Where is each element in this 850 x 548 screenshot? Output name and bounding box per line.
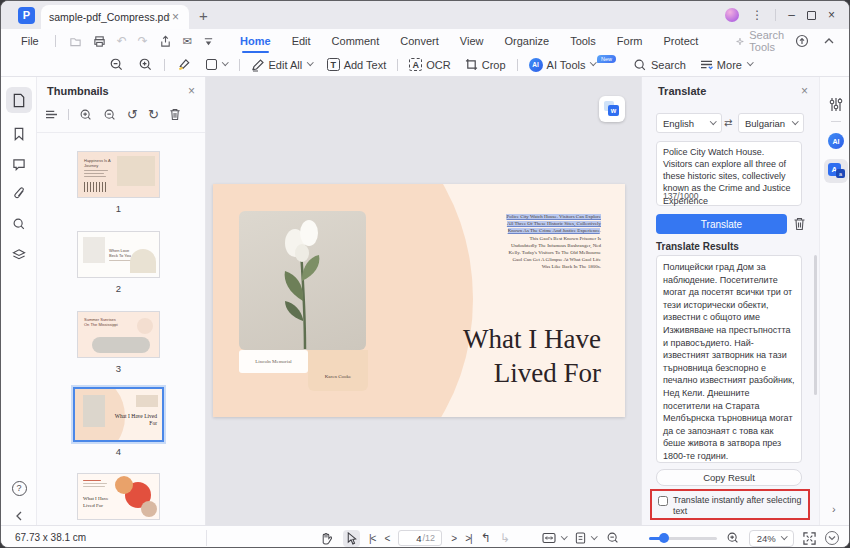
selected-text[interactable]: Police City Watch House. Visitors Can Ex…: [506, 214, 601, 233]
translate-results-box[interactable]: Полицейски град Дом за наблюдение. Посет…: [656, 255, 802, 463]
tab-tools[interactable]: Tools: [570, 31, 596, 51]
tab-home[interactable]: Home: [240, 31, 271, 51]
overflow-menu-icon[interactable]: ⋮: [751, 8, 763, 22]
pdf-page[interactable]: Lincoln Memorial Karen Cooke Police City…: [213, 184, 625, 417]
tab-organize[interactable]: Organize: [504, 31, 549, 51]
zoom-slider[interactable]: [649, 537, 717, 540]
document-area[interactable]: Lincoln Memorial Karen Cooke Police City…: [206, 77, 641, 525]
delete-page-icon[interactable]: [169, 108, 181, 121]
next-view-button[interactable]: ↳: [500, 531, 510, 545]
previous-page-button[interactable]: <: [384, 533, 389, 544]
tab-close-icon[interactable]: ×: [170, 10, 181, 24]
translate-float-widget[interactable]: w: [599, 96, 625, 122]
page-number-box[interactable]: /12: [398, 530, 442, 546]
swap-languages-icon[interactable]: ⇄: [724, 117, 732, 128]
source-text-box[interactable]: Police City Watch House. Visitors can ex…: [656, 141, 802, 206]
thumbnail-page-4-selected[interactable]: What I Have Lived For: [73, 387, 164, 442]
previous-view-button[interactable]: ↰: [481, 531, 491, 545]
thumbnail-page-1[interactable]: Happiness Is A Journey: [77, 151, 160, 198]
ocr-button[interactable]: A OCR: [409, 58, 450, 71]
edit-all-button[interactable]: Edit All: [251, 58, 313, 72]
zoom-slider-knob[interactable]: [659, 533, 669, 543]
sidebar-item-comments[interactable]: [6, 151, 32, 177]
zoom-level-select[interactable]: 24%: [749, 530, 794, 547]
highlighter-icon[interactable]: [176, 57, 192, 72]
sidebar-item-search[interactable]: [6, 211, 32, 237]
sidebar-item-thumbnails[interactable]: [6, 87, 32, 113]
user-avatar[interactable]: [725, 8, 739, 22]
close-button[interactable]: ×: [828, 9, 835, 21]
add-text-label: Add Text: [344, 59, 387, 71]
minimize-button[interactable]: –: [788, 9, 795, 21]
thumb-zoom-in-icon[interactable]: [79, 108, 93, 122]
status-zoom-in-icon[interactable]: [726, 531, 740, 545]
page-title[interactable]: What I Have Lived For: [463, 322, 601, 390]
shape-tool-button[interactable]: [206, 59, 228, 70]
status-zoom-out-icon[interactable]: [606, 531, 620, 545]
translate-close-icon[interactable]: ×: [801, 84, 808, 98]
properties-sliders-icon[interactable]: [829, 97, 843, 112]
add-text-button[interactable]: T Add Text: [327, 58, 387, 71]
results-scrollbar[interactable]: [814, 255, 817, 395]
first-page-button[interactable]: |<: [369, 533, 375, 544]
rotate-right-icon[interactable]: ↻: [148, 107, 159, 122]
sidebar-item-layers[interactable]: [6, 241, 32, 267]
translate-rail-button-active[interactable]: A a: [824, 159, 848, 183]
fit-width-button[interactable]: [542, 532, 567, 544]
last-page-button[interactable]: >|: [465, 533, 471, 544]
instant-translate-checkbox[interactable]: [658, 496, 668, 506]
target-language-select[interactable]: Bulgarian: [738, 113, 804, 133]
zoom-in-icon[interactable]: [138, 57, 153, 72]
cloud-upload-icon[interactable]: [795, 34, 809, 48]
help-button[interactable]: ?: [6, 475, 32, 501]
save-icon[interactable]: [69, 35, 82, 48]
thumb-zoom-out-icon[interactable]: [103, 108, 117, 122]
hide-toolbar-icon[interactable]: [203, 36, 214, 47]
rotate-left-icon[interactable]: ↺: [127, 107, 138, 122]
select-tool-button[interactable]: [343, 530, 360, 547]
sidebar-item-attachments[interactable]: [6, 181, 32, 207]
next-page-button[interactable]: >: [451, 533, 456, 544]
fit-page-button[interactable]: [575, 532, 597, 544]
thumb-options-icon[interactable]: [45, 109, 58, 120]
print-icon[interactable]: [93, 35, 106, 48]
thumbnail-page-3[interactable]: Summer Sunrises On The Mississippi: [77, 311, 160, 358]
page-paragraph[interactable]: Police City Watch House. Visitors Can Ex…: [506, 213, 601, 271]
undo-icon[interactable]: ↶: [117, 34, 127, 48]
copy-result-button[interactable]: Copy Result: [656, 469, 802, 486]
clear-trash-icon[interactable]: [793, 217, 806, 231]
collapse-ribbon-icon[interactable]: [823, 36, 835, 46]
sidebar-item-bookmarks[interactable]: [6, 121, 32, 147]
ai-tools-button[interactable]: AI AI Tools New: [529, 58, 619, 72]
tab-edit[interactable]: Edit: [292, 31, 311, 51]
collapse-statusbar-icon[interactable]: [825, 531, 839, 545]
crop-button[interactable]: Crop: [465, 58, 506, 71]
zoom-out-icon[interactable]: [109, 57, 124, 72]
search-tools[interactable]: Search Tools: [736, 29, 795, 53]
email-icon[interactable]: ✉: [183, 35, 192, 48]
search-button[interactable]: Search: [633, 58, 686, 72]
ai-assistant-icon[interactable]: AI: [828, 133, 844, 149]
next-panel-chevron-icon[interactable]: ›: [832, 503, 836, 515]
more-button[interactable]: More: [700, 59, 753, 71]
share-icon[interactable]: [159, 35, 172, 48]
tab-form[interactable]: Form: [617, 31, 643, 51]
page-number-input[interactable]: [406, 533, 422, 544]
menu-file[interactable]: File: [21, 35, 39, 47]
redo-icon[interactable]: ↷: [138, 34, 148, 48]
tab-convert[interactable]: Convert: [400, 31, 439, 51]
maximize-button[interactable]: [807, 11, 816, 20]
source-language-select[interactable]: English: [656, 113, 722, 133]
new-tab-button[interactable]: +: [199, 7, 208, 24]
tab-view[interactable]: View: [460, 31, 484, 51]
tab-comment[interactable]: Comment: [332, 31, 380, 51]
thumbnail-page-2[interactable]: When Love Beck To You: [77, 231, 160, 278]
divider: [239, 59, 240, 71]
fullscreen-icon[interactable]: [803, 532, 816, 545]
tab-protect[interactable]: Protect: [663, 31, 698, 51]
thumbnail-page-5[interactable]: What I Have Lived For: [77, 473, 160, 520]
translate-button[interactable]: Translate: [656, 214, 787, 234]
thumbnails-close-icon[interactable]: ×: [188, 84, 195, 98]
hand-tool-button[interactable]: [317, 530, 334, 547]
document-tab[interactable]: sample-pdf_Compress.pdf ×: [41, 5, 189, 29]
